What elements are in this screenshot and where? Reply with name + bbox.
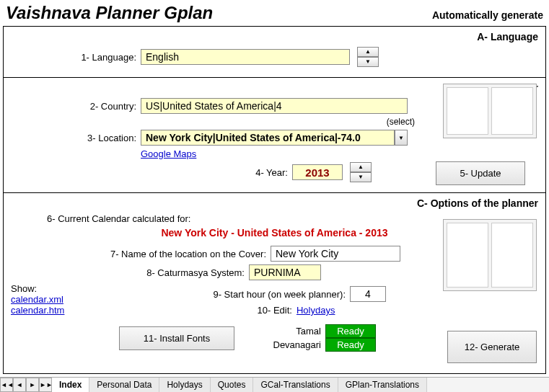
cover-label: 7- Name of the location on the Cover: xyxy=(11,249,271,259)
year-down[interactable]: ▼ xyxy=(350,172,372,182)
language-label: 1- Language: xyxy=(11,52,141,63)
google-maps-link[interactable]: Google Maps xyxy=(141,148,196,159)
section-c-title: C- Options of the planner xyxy=(11,197,538,209)
font-devanagari-label: Devanagari xyxy=(256,339,321,350)
location-dropdown[interactable]: ▼ xyxy=(395,130,408,146)
country-field[interactable] xyxy=(141,98,408,114)
start-hour-field[interactable] xyxy=(350,286,386,302)
location-label: 3- Location: xyxy=(11,133,141,143)
planner-preview-thumb xyxy=(443,219,537,291)
section-language: A- Language 1- Language: ▲ ▼ xyxy=(4,27,545,78)
font-devanagari-status: Ready xyxy=(325,338,376,352)
show-label: Show: xyxy=(11,283,54,294)
location-field[interactable] xyxy=(141,130,395,146)
install-fonts-button[interactable]: 11- Install Fonts xyxy=(119,326,234,350)
language-down[interactable]: ▼ xyxy=(357,57,379,67)
caturmasya-field[interactable] xyxy=(249,264,321,280)
tab-nav-first[interactable]: ◄◄ xyxy=(0,378,13,392)
edit-holydays-link[interactable]: Holydays xyxy=(297,305,335,316)
show-htm-link[interactable]: calendar.htm xyxy=(11,305,54,316)
tab-quotes[interactable]: Quotes xyxy=(211,378,254,392)
tab-gplan-translations[interactable]: GPlan-Translations xyxy=(338,378,427,392)
cover-field[interactable] xyxy=(271,246,400,262)
generate-button[interactable]: 12- Generate xyxy=(447,331,537,363)
font-tamal-status: Ready xyxy=(325,324,376,338)
country-label: 2- Country: xyxy=(11,101,141,112)
year-label: 4- Year: xyxy=(11,167,292,178)
start-hour-label: 9- Start hour (on week planner): xyxy=(54,289,350,300)
auto-generate-label: Automatically generate xyxy=(432,9,543,21)
calendar-preview-thumb xyxy=(443,84,537,138)
tab-holydays[interactable]: Holydays xyxy=(159,378,210,392)
update-button[interactable]: 5- Update xyxy=(436,161,525,185)
year-field[interactable] xyxy=(292,164,343,180)
tab-gcal-translations[interactable]: GCal-Translations xyxy=(253,378,338,392)
section-a-title: A- Language xyxy=(11,31,538,43)
tab-nav-last[interactable]: ►► xyxy=(39,378,52,392)
section-options: C- Options of the planner 6- Current Cal… xyxy=(4,193,545,373)
edit-label: 10- Edit: xyxy=(258,305,292,316)
tab-personal-data[interactable]: Personal Data xyxy=(89,378,159,392)
language-up[interactable]: ▲ xyxy=(357,47,379,57)
tab-nav-next[interactable]: ► xyxy=(26,378,39,392)
sheet-tabs: ◄◄ ◄ ► ►► Index Personal Data Holydays Q… xyxy=(0,377,549,392)
select-hint: (select) xyxy=(148,117,415,127)
tab-nav-prev[interactable]: ◄ xyxy=(13,378,26,392)
show-xml-link[interactable]: calendar.xml xyxy=(11,294,54,305)
font-tamal-label: Tamal xyxy=(256,326,321,337)
app-title: Vaishnava Planner Gplan xyxy=(6,3,213,23)
language-field[interactable] xyxy=(141,49,350,65)
section-base-calendar: B- Base calendar 2- Country: (select) 3-… xyxy=(4,78,545,193)
tab-index[interactable]: Index xyxy=(52,378,89,392)
caturmasya-label: 8- Caturmasya System: xyxy=(11,267,249,278)
year-up[interactable]: ▲ xyxy=(350,162,372,172)
